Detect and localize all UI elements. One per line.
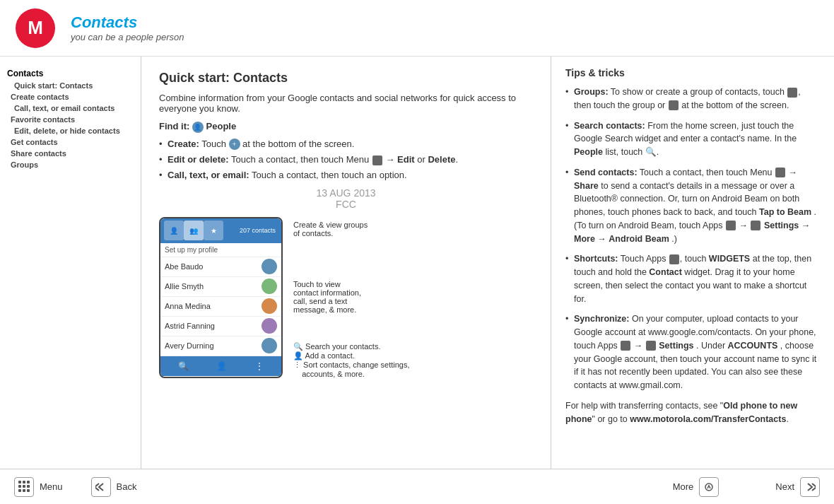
phone-add-icon: 👤 — [216, 361, 227, 371]
next-icon[interactable] — [800, 477, 820, 497]
section-title: Quick start: Contacts — [159, 71, 533, 86]
contact-row-1: Allie Smyth — [160, 277, 281, 297]
callouts: Create & view groupsof contacts. Touch t… — [290, 217, 413, 378]
back-label: Back — [117, 481, 137, 492]
avatar-0 — [262, 259, 277, 274]
more-button[interactable]: More — [673, 477, 720, 497]
menu-icon[interactable] — [14, 477, 34, 497]
tip-sync: Synchronize: On your computer, upload co… — [565, 312, 820, 392]
avatar-3 — [262, 318, 277, 334]
back-icon[interactable] — [91, 477, 111, 497]
svg-text:M: M — [28, 17, 43, 38]
content-area: Quick start: Contacts Combine informatio… — [141, 57, 834, 469]
next-button[interactable]: Next — [775, 477, 820, 497]
sidebar-item-get[interactable]: Get contacts — [7, 136, 134, 148]
menu-dots-grid — [18, 481, 30, 493]
tips-title: Tips & tricks — [565, 67, 820, 78]
main-content: Contacts Quick start: Contacts Create co… — [0, 57, 834, 469]
contact-row-2: Anna Medina — [160, 297, 281, 317]
sidebar-item-contacts[interactable]: Contacts — [7, 67, 134, 80]
phone-tab-person: 👤 — [164, 221, 184, 240]
phone-search-icon: 🔍 — [178, 361, 189, 371]
bullet-create: Create: Touch + at the bottom of the scr… — [159, 139, 533, 151]
contact-row-4: Avery Durning — [160, 336, 281, 356]
back-button[interactable]: Back — [91, 477, 137, 497]
transfer-note: For help with transferring contacts, see… — [565, 399, 820, 426]
phone-mockup: 👤 👥 ★ 207 contacts Set up my profile Abe… — [159, 217, 283, 378]
bullet-call: Call, text, or email: Touch a contact, t… — [159, 170, 533, 180]
header-text-block: Contacts you can be a people person — [71, 13, 184, 42]
sidebar-item-call[interactable]: Call, text, or email contacts — [7, 102, 134, 114]
menu-inline-icon — [372, 156, 382, 165]
phone-tab-star: ★ — [204, 221, 223, 240]
sidebar: Contacts Quick start: Contacts Create co… — [0, 57, 141, 469]
right-panel: Tips & tricks Groups: To show or create … — [551, 57, 834, 469]
find-it-label: Find it: — [159, 121, 189, 131]
find-it-icon: 👤 — [192, 121, 206, 131]
intro-text: Combine information from your Google con… — [159, 93, 533, 114]
bullet-edit: Edit or delete: Touch a contact, then to… — [159, 154, 533, 165]
tip-search: Search contacts: From the home screen, j… — [565, 119, 820, 159]
contact-count: 207 contacts — [223, 227, 278, 234]
avatar-1 — [262, 279, 277, 294]
page-title: Contacts — [71, 13, 184, 32]
tips-list: Groups: To show or create a group of con… — [565, 86, 820, 392]
tip-shortcuts: Shortcuts: Touch Apps , touch WIDGETS at… — [565, 252, 820, 305]
find-it: Find it: 👤 People — [159, 121, 533, 133]
page-subtitle: you can be a people person — [71, 32, 184, 42]
avatar-2 — [262, 298, 277, 314]
sidebar-item-groups[interactable]: Groups — [7, 159, 134, 170]
fcc-stamp: 13 AUG 2013 FCC — [159, 187, 533, 210]
page-header: M Contacts you can be a people person — [0, 0, 834, 57]
callout-middle: Touch to viewcontact information,call, s… — [293, 280, 409, 314]
more-icon[interactable] — [699, 477, 719, 497]
apps-icon-1 — [726, 221, 736, 230]
phone-area: 👤 👥 ★ 207 contacts Set up my profile Abe… — [159, 217, 533, 378]
left-panel: Quick start: Contacts Combine informatio… — [141, 57, 551, 469]
tip-send: Send contacts: Touch a contact, then tou… — [565, 166, 820, 246]
phone-footer: 🔍 👤 ⋮ — [160, 356, 281, 376]
add-person-icon: + — [229, 139, 240, 150]
avatar-4 — [262, 338, 277, 353]
sidebar-item-create[interactable]: Create contacts — [7, 91, 134, 102]
contact-row-0: Abe Baudo — [160, 257, 281, 277]
group-add-icon — [669, 100, 679, 110]
menu-button[interactable]: Menu — [14, 477, 63, 497]
phone-tab-people: 👥 — [184, 221, 204, 240]
callout-top: Create & view groupsof contacts. — [293, 221, 409, 238]
find-it-app: People — [206, 121, 237, 131]
phone-more-icon: ⋮ — [255, 361, 264, 371]
settings-icon-2 — [646, 341, 656, 351]
apps-icon-3 — [621, 341, 630, 351]
bullet-list: Create: Touch + at the bottom of the scr… — [159, 139, 533, 180]
sidebar-item-quickstart[interactable]: Quick start: Contacts — [7, 80, 134, 91]
set-profile: Set up my profile — [160, 243, 281, 257]
sidebar-item-favorites[interactable]: Favorite contacts — [7, 114, 134, 125]
more-label: More — [673, 481, 694, 492]
bottom-bar: Menu Back More Next — [0, 469, 834, 504]
tip-groups: Groups: To show or create a group of con… — [565, 86, 820, 112]
callout-bottom: 🔍 Search your contacts.👤 Add a contact.⋮… — [293, 342, 409, 378]
motorola-logo: M — [14, 7, 57, 49]
phone-header: 👤 👥 ★ 207 contacts — [160, 218, 281, 243]
contact-row-3: Astrid Fanning — [160, 317, 281, 336]
bottom-right: More Next — [673, 477, 820, 497]
menu-icon-send — [775, 168, 785, 177]
sidebar-item-edit[interactable]: Edit, delete, or hide contacts — [7, 125, 134, 136]
settings-icon-1 — [751, 221, 760, 230]
next-label: Next — [775, 481, 794, 492]
sidebar-item-share[interactable]: Share contacts — [7, 148, 134, 159]
apps-icon-2 — [669, 254, 679, 264]
group-icon — [787, 88, 797, 98]
menu-label: Menu — [40, 481, 63, 492]
